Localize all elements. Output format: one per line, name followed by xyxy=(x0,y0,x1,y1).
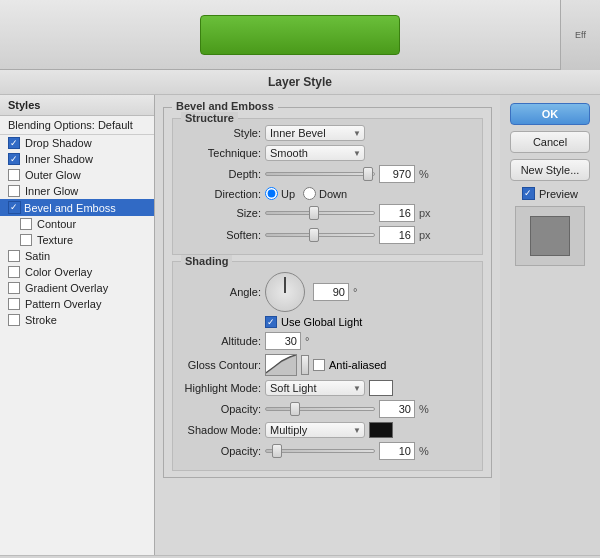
highlight-color-swatch[interactable] xyxy=(369,380,393,396)
inner-shadow-checkbox[interactable] xyxy=(8,153,20,165)
size-slider[interactable] xyxy=(265,211,375,215)
direction-down-radio[interactable] xyxy=(303,187,316,200)
technique-label: Technique: xyxy=(181,147,261,159)
stroke-checkbox[interactable] xyxy=(8,314,20,326)
style-row: Style: Inner Bevel Outer Bevel Emboss xyxy=(181,125,474,141)
bevel-emboss-checkbox[interactable] xyxy=(8,201,21,214)
styles-header: Styles xyxy=(0,95,154,116)
stroke-label: Stroke xyxy=(25,314,57,326)
effect-texture[interactable]: Texture xyxy=(0,232,154,248)
gloss-contour-label: Gloss Contour: xyxy=(181,359,261,371)
depth-slider-thumb[interactable] xyxy=(363,167,373,181)
dialog-body: Styles Blending Options: Default Drop Sh… xyxy=(0,95,600,555)
blend-options[interactable]: Blending Options: Default xyxy=(0,116,154,135)
soften-slider[interactable] xyxy=(265,233,375,237)
size-input[interactable] xyxy=(379,204,415,222)
satin-checkbox[interactable] xyxy=(8,250,20,262)
new-style-button[interactable]: New Style... xyxy=(510,159,590,181)
contour-preview[interactable] xyxy=(265,354,297,376)
color-overlay-label: Color Overlay xyxy=(25,266,92,278)
inner-glow-label: Inner Glow xyxy=(25,185,78,197)
texture-checkbox[interactable] xyxy=(20,234,32,246)
preview-checkbox[interactable] xyxy=(522,187,535,200)
highlight-opacity-label: Opacity: xyxy=(181,403,261,415)
bevel-emboss-label: Bevel and Emboss xyxy=(24,202,116,214)
soften-row: Soften: px xyxy=(181,226,474,244)
style-select-wrapper[interactable]: Inner Bevel Outer Bevel Emboss xyxy=(265,125,365,141)
angle-input[interactable] xyxy=(313,283,349,301)
direction-up-radio[interactable] xyxy=(265,187,278,200)
effect-bevel-emboss[interactable]: Bevel and Emboss xyxy=(0,199,154,216)
effect-outer-glow[interactable]: Outer Glow xyxy=(0,167,154,183)
highlight-opacity-slider[interactable] xyxy=(265,407,375,411)
highlight-mode-select-wrapper[interactable]: Soft Light Normal Screen xyxy=(265,380,365,396)
angle-unit: ° xyxy=(353,286,357,298)
color-overlay-checkbox[interactable] xyxy=(8,266,20,278)
style-select[interactable]: Inner Bevel Outer Bevel Emboss xyxy=(265,125,365,141)
shadow-mode-select[interactable]: Multiply Normal xyxy=(265,422,365,438)
outer-glow-checkbox[interactable] xyxy=(8,169,20,181)
highlight-opacity-unit: % xyxy=(419,403,429,415)
shadow-opacity-thumb[interactable] xyxy=(272,444,282,458)
ok-button[interactable]: OK xyxy=(510,103,590,125)
shadow-mode-select-wrapper[interactable]: Multiply Normal xyxy=(265,422,365,438)
shadow-opacity-input[interactable] xyxy=(379,442,415,460)
left-panel: Styles Blending Options: Default Drop Sh… xyxy=(0,95,155,555)
angle-dial-line xyxy=(284,277,286,293)
size-label: Size: xyxy=(181,207,261,219)
direction-up-item[interactable]: Up xyxy=(265,187,295,200)
highlight-opacity-input[interactable] xyxy=(379,400,415,418)
effect-inner-shadow[interactable]: Inner Shadow xyxy=(0,151,154,167)
inner-glow-checkbox[interactable] xyxy=(8,185,20,197)
preview-box xyxy=(515,206,585,266)
drop-shadow-checkbox[interactable] xyxy=(8,137,20,149)
green-preview-bar xyxy=(200,15,400,55)
technique-select-wrapper[interactable]: Smooth Chisel Hard xyxy=(265,145,365,161)
shadow-color-swatch[interactable] xyxy=(369,422,393,438)
pattern-overlay-checkbox[interactable] xyxy=(8,298,20,310)
highlight-mode-label: Highlight Mode: xyxy=(181,382,261,394)
global-light-checkbox[interactable] xyxy=(265,316,277,328)
technique-row: Technique: Smooth Chisel Hard xyxy=(181,145,474,161)
altitude-input[interactable] xyxy=(265,332,301,350)
highlight-opacity-thumb[interactable] xyxy=(290,402,300,416)
inner-shadow-label: Inner Shadow xyxy=(25,153,93,165)
shadow-opacity-slider[interactable] xyxy=(265,449,375,453)
angle-row: Angle: ° xyxy=(181,272,474,312)
soften-unit: px xyxy=(419,229,431,241)
depth-slider[interactable] xyxy=(265,172,375,176)
soften-input[interactable] xyxy=(379,226,415,244)
effect-satin[interactable]: Satin xyxy=(0,248,154,264)
angle-dial[interactable] xyxy=(265,272,305,312)
technique-select[interactable]: Smooth Chisel Hard xyxy=(265,145,365,161)
size-unit: px xyxy=(419,207,431,219)
contour-checkbox[interactable] xyxy=(20,218,32,230)
contour-dropdown-arrow[interactable] xyxy=(301,355,309,375)
cancel-button[interactable]: Cancel xyxy=(510,131,590,153)
preview-inner xyxy=(530,216,570,256)
highlight-mode-select[interactable]: Soft Light Normal Screen xyxy=(265,380,365,396)
top-bar-right-panel: Eff xyxy=(560,0,600,70)
effect-inner-glow[interactable]: Inner Glow xyxy=(0,183,154,199)
satin-label: Satin xyxy=(25,250,50,262)
preview-label-row: Preview xyxy=(522,187,578,200)
gradient-overlay-checkbox[interactable] xyxy=(8,282,20,294)
effect-stroke[interactable]: Stroke xyxy=(0,312,154,328)
effect-gradient-overlay[interactable]: Gradient Overlay xyxy=(0,280,154,296)
depth-row: Depth: % xyxy=(181,165,474,183)
depth-input[interactable] xyxy=(379,165,415,183)
soften-slider-thumb[interactable] xyxy=(309,228,319,242)
dialog-title: Layer Style xyxy=(0,70,600,95)
global-light-label: Use Global Light xyxy=(281,316,362,328)
direction-down-item[interactable]: Down xyxy=(303,187,347,200)
effect-pattern-overlay[interactable]: Pattern Overlay xyxy=(0,296,154,312)
size-slider-thumb[interactable] xyxy=(309,206,319,220)
effect-contour[interactable]: Contour xyxy=(0,216,154,232)
gloss-contour-row: Gloss Contour: Anti-aliased xyxy=(181,354,474,376)
anti-aliased-checkbox[interactable] xyxy=(313,359,325,371)
effect-color-overlay[interactable]: Color Overlay xyxy=(0,264,154,280)
bevel-emboss-section: Bevel and Emboss Structure Style: Inner … xyxy=(163,107,492,478)
soften-label: Soften: xyxy=(181,229,261,241)
effect-drop-shadow[interactable]: Drop Shadow xyxy=(0,135,154,151)
top-bar: Eff xyxy=(0,0,600,70)
